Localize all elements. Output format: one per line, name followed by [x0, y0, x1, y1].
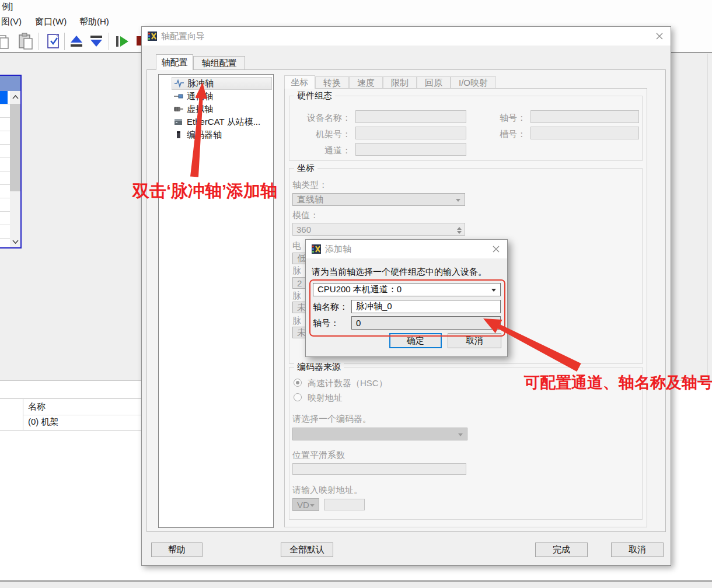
finish-button[interactable]: 完成	[535, 542, 588, 557]
table-header-name: 名称	[28, 401, 46, 412]
table-row-divider	[23, 415, 141, 415]
paste-icon[interactable]	[18, 33, 34, 52]
spinner-arrows-icon[interactable]	[455, 225, 463, 236]
add-axis-dialog: 添加轴 请为当前轴选择一个硬件组态中的输入设备。 CPU200 本机通道：0 轴…	[305, 239, 508, 357]
comm-axis-icon	[174, 92, 183, 101]
motor-partial-label: 电	[292, 240, 301, 251]
address-prefix-combo[interactable]: VD	[292, 498, 319, 511]
upload-icon[interactable]	[69, 34, 84, 51]
subtab-limit[interactable]: 限制	[383, 76, 417, 89]
add-axis-title: 添加轴	[325, 244, 351, 255]
add-axis-close-icon[interactable]	[491, 244, 501, 254]
app-title-fragment: 例]	[2, 1, 13, 12]
tab-axis-config[interactable]: 轴配置	[156, 54, 193, 70]
modulo-label: 模值：	[292, 210, 319, 221]
wizard-titlebar[interactable]: 轴配置向导	[142, 27, 671, 46]
wizard-cancel-button[interactable]: 取消	[611, 542, 664, 557]
download-icon[interactable]	[89, 34, 104, 51]
map-address-field[interactable]	[324, 499, 365, 510]
rack-panel-selected-cell[interactable]	[0, 91, 8, 104]
axis-type-label: 轴类型：	[292, 180, 327, 191]
coordinate-group-title: 坐标	[294, 163, 317, 174]
ethercat-module-icon	[174, 117, 183, 127]
axis-no-field[interactable]	[530, 110, 639, 123]
channel-field[interactable]	[355, 143, 466, 156]
rack-no-field[interactable]	[355, 127, 466, 139]
radio-map-label: 映射地址	[308, 393, 343, 404]
hardware-group-title: 硬件组态	[294, 90, 335, 102]
subtab-coordinate[interactable]: 坐标	[284, 75, 315, 89]
menu-window[interactable]: 窗口(W)	[35, 16, 67, 27]
bottom-panel-top-border	[0, 380, 141, 381]
device-name-label: 设备名称：	[298, 113, 351, 124]
encoder-axis-icon	[174, 130, 183, 139]
tree-item-comm-axis[interactable]: 通信轴	[172, 90, 272, 103]
hardware-rack-panel	[0, 75, 22, 249]
subtab-transform[interactable]: 转换	[315, 76, 349, 89]
chevron-down-icon	[456, 199, 460, 204]
axis-name-input[interactable]: 脉冲轴_0	[351, 300, 501, 313]
add-axis-cancel-button[interactable]: 取消	[448, 333, 501, 348]
tab-axis-group-config[interactable]: 轴组配置	[193, 56, 245, 70]
table-row-rack[interactable]: (0) 机架	[28, 416, 59, 428]
menu-help[interactable]: 帮助(H)	[79, 16, 109, 27]
radio-hsc[interactable]	[294, 379, 302, 387]
scrollbar-thumb[interactable]	[10, 104, 20, 191]
scroll-down-icon[interactable]	[10, 236, 20, 247]
add-axis-no-combo[interactable]: 0	[351, 316, 501, 330]
help-button[interactable]: 帮助	[151, 542, 203, 557]
smooth-factor-field[interactable]	[292, 463, 466, 475]
ok-button[interactable]: 确定	[389, 333, 442, 348]
pulse-partial-label-1: 脉	[292, 265, 301, 276]
rack-panel-header	[0, 76, 20, 91]
statusbar	[0, 582, 712, 588]
axis-type-combo[interactable]: 直线轴	[292, 193, 465, 206]
device-name-field[interactable]	[355, 110, 466, 123]
subtab-io-mapping[interactable]: I/O映射	[451, 76, 496, 89]
scroll-up-icon[interactable]	[10, 91, 20, 103]
all-default-button[interactable]: 全部默认	[281, 542, 333, 557]
verify-document-icon[interactable]	[46, 33, 62, 52]
axis-no-label: 轴号：	[490, 113, 526, 124]
run-icon[interactable]	[114, 34, 130, 51]
workspace-right-divider	[707, 54, 708, 378]
subtab-homing[interactable]: 回原	[417, 76, 451, 89]
add-axis-no-label: 轴号：	[313, 318, 339, 329]
radio-map-address[interactable]	[294, 393, 302, 401]
wizard-app-icon	[148, 32, 157, 41]
virtual-axis-icon	[174, 104, 183, 114]
add-axis-message: 请为当前轴选择一个硬件组态中的输入设备。	[312, 267, 487, 278]
chevron-down-icon	[491, 289, 496, 294]
axis-name-label: 轴名称：	[313, 302, 348, 313]
slot-no-label: 槽号：	[490, 129, 526, 140]
toolbar-separator	[109, 33, 109, 50]
channel-label: 通道：	[298, 145, 351, 156]
tree-item-encoder-axis[interactable]: 编码器轴	[172, 128, 272, 141]
tree-item-pulse-axis[interactable]: 脉冲轴	[172, 77, 272, 90]
table-top-border	[0, 398, 141, 399]
chevron-down-icon	[458, 433, 463, 439]
chevron-down-icon	[310, 504, 315, 509]
modulo-spinner[interactable]: 360	[292, 223, 465, 236]
stop-icon[interactable]	[137, 36, 141, 46]
select-encoder-label: 请选择一个编码器。	[292, 414, 371, 425]
wizard-title: 轴配置向导	[161, 31, 205, 42]
rack-panel-scrollbar[interactable]	[10, 91, 20, 247]
chevron-down-icon	[491, 322, 496, 327]
tree-item-ethercat-module[interactable]: EtherCAT 从站模...	[172, 116, 272, 128]
encoder-combo[interactable]	[292, 428, 467, 440]
annotation-double-click-note: 双击‘脉冲轴’添加轴	[132, 180, 277, 203]
wizard-close-icon[interactable]	[654, 31, 665, 41]
pulse-partial-label-2: 脉	[292, 290, 301, 302]
menu-view[interactable]: 图(V)	[1, 16, 22, 27]
annotation-configure-note: 可配置通道、轴名称及轴号	[524, 372, 712, 393]
tree-item-virtual-axis[interactable]: 虚拟轴	[172, 103, 272, 116]
slot-no-field[interactable]	[530, 127, 639, 139]
copy-icon[interactable]	[0, 33, 11, 52]
pulse-axis-icon	[174, 79, 184, 88]
add-axis-titlebar[interactable]: 添加轴	[306, 240, 507, 258]
subtab-speed[interactable]: 速度	[349, 76, 383, 89]
toolbar-separator	[64, 33, 65, 50]
rack-no-label: 机架号：	[298, 129, 351, 140]
device-channel-combo[interactable]: CPU200 本机通道：0	[313, 283, 501, 296]
